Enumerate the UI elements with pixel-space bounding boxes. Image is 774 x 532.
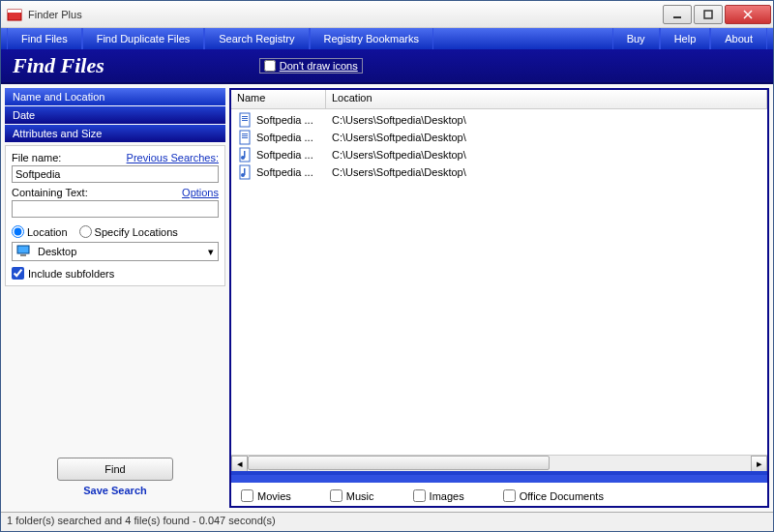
menu-search-registry[interactable]: Search Registry xyxy=(204,28,309,49)
filter-images[interactable]: Images xyxy=(413,489,464,502)
tab-name-location[interactable]: Name and Location xyxy=(5,88,225,106)
containing-text-input[interactable] xyxy=(12,200,219,218)
file-name-label: File name: xyxy=(12,152,61,163)
svg-rect-15 xyxy=(242,137,248,138)
file-icon xyxy=(237,164,253,180)
scroll-left-arrow[interactable]: ◂ xyxy=(231,456,248,472)
result-name: Softpedia ... xyxy=(256,149,328,161)
tab-date[interactable]: Date xyxy=(5,106,225,125)
action-area: Find Save Search xyxy=(5,450,225,508)
svg-rect-3 xyxy=(704,11,712,18)
result-location: C:\Users\Softpedia\Desktop\ xyxy=(328,114,761,126)
svg-rect-14 xyxy=(242,135,248,136)
file-icon xyxy=(237,112,253,128)
maximize-button[interactable] xyxy=(694,5,723,24)
menubar: Find Files Find Duplicate Files Search R… xyxy=(1,28,773,49)
result-row[interactable]: Softpedia ...C:\Users\Softpedia\Desktop\ xyxy=(231,111,767,129)
menu-about[interactable]: About xyxy=(710,28,767,49)
body-area: Name and Location Date Attributes and Si… xyxy=(1,84,773,512)
column-name[interactable]: Name xyxy=(231,90,326,108)
location-select[interactable]: Desktop ▾ xyxy=(12,242,219,261)
menu-registry-bookmarks[interactable]: Registry Bookmarks xyxy=(310,28,433,49)
include-subfolders-label: Include subfolders xyxy=(28,268,114,280)
file-icon xyxy=(237,147,253,163)
result-name: Softpedia ... xyxy=(256,132,328,143)
results-header: Name Location xyxy=(231,90,767,109)
close-button[interactable] xyxy=(725,5,771,24)
left-panel: Name and Location Date Attributes and Si… xyxy=(5,88,225,508)
scroll-track[interactable] xyxy=(248,456,751,472)
side-tabs: Name and Location Date Attributes and Si… xyxy=(5,88,225,143)
svg-rect-10 xyxy=(242,118,248,119)
window-buttons xyxy=(661,5,771,24)
svg-rect-13 xyxy=(242,133,248,134)
minimize-button[interactable] xyxy=(663,5,692,24)
location-radio[interactable]: Location xyxy=(12,225,68,238)
scroll-thumb[interactable] xyxy=(248,456,550,470)
tab-attributes-size[interactable]: Attributes and Size xyxy=(5,125,225,143)
svg-rect-1 xyxy=(8,10,21,13)
svg-rect-9 xyxy=(242,116,248,117)
page-title: Find Files xyxy=(13,53,104,78)
menu-find-duplicates[interactable]: Find Duplicate Files xyxy=(82,28,205,49)
svg-rect-11 xyxy=(242,120,248,121)
dont-draw-icons-check[interactable]: Don't draw icons xyxy=(259,58,363,74)
result-row[interactable]: Softpedia ...C:\Users\Softpedia\Desktop\ xyxy=(231,129,767,146)
save-search-link[interactable]: Save Search xyxy=(5,485,225,496)
find-button[interactable]: Find xyxy=(57,458,173,481)
menu-buy[interactable]: Buy xyxy=(612,28,660,49)
result-row[interactable]: Softpedia ...C:\Users\Softpedia\Desktop\ xyxy=(231,146,767,163)
chevron-down-icon: ▾ xyxy=(208,246,214,258)
right-panel: Name Location Softpedia ...C:\Users\Soft… xyxy=(229,88,769,508)
dont-draw-icons-label: Don't draw icons xyxy=(280,60,358,72)
dont-draw-icons-checkbox[interactable] xyxy=(264,60,276,72)
svg-rect-18 xyxy=(244,151,246,158)
statusbar: 1 folder(s) searched and 4 file(s) found… xyxy=(1,512,773,531)
result-row[interactable]: Softpedia ...C:\Users\Softpedia\Desktop\ xyxy=(231,163,767,181)
column-location[interactable]: Location xyxy=(326,90,767,108)
result-location: C:\Users\Softpedia\Desktop\ xyxy=(328,166,761,178)
previous-searches-link[interactable]: Previous Searches: xyxy=(127,152,219,163)
app-icon xyxy=(7,7,22,22)
filter-music[interactable]: Music xyxy=(330,489,374,502)
result-location: C:\Users\Softpedia\Desktop\ xyxy=(328,149,761,161)
filter-movies[interactable]: Movies xyxy=(241,489,291,502)
result-location: C:\Users\Softpedia\Desktop\ xyxy=(328,132,761,143)
specify-locations-radio[interactable]: Specify Locations xyxy=(79,225,178,238)
options-link[interactable]: Options xyxy=(182,187,219,198)
menu-find-files[interactable]: Find Files xyxy=(7,28,82,49)
app-window: Finder Plus Find Files Find Duplicate Fi… xyxy=(0,0,774,532)
svg-rect-7 xyxy=(20,254,26,256)
result-name: Softpedia ... xyxy=(256,114,328,126)
titlebar: Finder Plus xyxy=(1,1,773,28)
page-header: Find Files Don't draw icons xyxy=(1,49,773,84)
scroll-right-arrow[interactable]: ▸ xyxy=(751,456,767,472)
filter-bar: Movies Music Images Office Documents xyxy=(231,471,767,506)
results-list: Name Location Softpedia ...C:\Users\Soft… xyxy=(231,90,767,471)
location-value: Desktop xyxy=(38,246,76,257)
window-title: Finder Plus xyxy=(28,9,661,20)
file-name-input[interactable] xyxy=(12,165,219,183)
svg-rect-21 xyxy=(244,168,246,175)
file-icon xyxy=(237,130,253,145)
menu-help[interactable]: Help xyxy=(660,28,711,49)
results-body: Softpedia ...C:\Users\Softpedia\Desktop\… xyxy=(231,109,767,455)
horizontal-scrollbar[interactable]: ◂ ▸ xyxy=(231,455,767,471)
svg-rect-6 xyxy=(17,246,29,253)
include-subfolders-checkbox[interactable] xyxy=(12,267,24,280)
desktop-icon xyxy=(16,245,32,258)
search-form: File name: Previous Searches: Containing… xyxy=(5,145,225,286)
containing-text-label: Containing Text: xyxy=(12,187,88,198)
result-name: Softpedia ... xyxy=(256,166,328,178)
filter-office[interactable]: Office Documents xyxy=(503,489,604,502)
